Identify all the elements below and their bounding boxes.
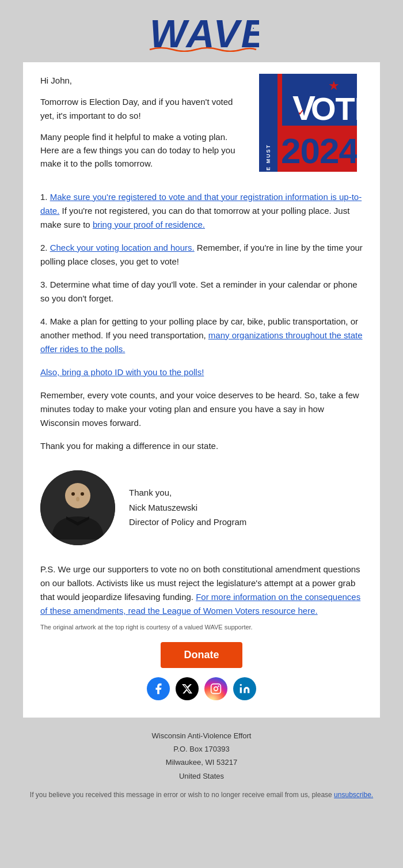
proof-of-residence-link[interactable]: bring your proof of residence. <box>93 220 205 229</box>
wave-logo: WAVE . <box>0 12 403 54</box>
content-section: 1. Make sure you're registered to vote a… <box>40 190 363 453</box>
twitter-x-icon[interactable] <box>176 677 199 700</box>
org-name: Wisconsin Anti-Violence Effort <box>0 729 403 742</box>
sig-thanks: Thank you, <box>129 485 246 500</box>
unsubscribe-link[interactable]: unsubscribe. <box>334 791 373 799</box>
social-icons <box>40 677 363 700</box>
item-4: 4. Make a plan for getting to your polli… <box>40 315 363 356</box>
closing-1: Remember, every vote counts, and your vo… <box>40 388 363 430</box>
intro-section: Hi John, Tomorrow is Election Day, and i… <box>40 74 363 179</box>
svg-text:2024: 2024 <box>281 131 357 171</box>
svg-point-15 <box>71 492 75 496</box>
footer-note: If you believe you received this message… <box>0 790 403 800</box>
vote-2024-svg: WE MUST ★ V ✓ OTE <box>259 74 357 172</box>
svg-point-20 <box>218 685 219 687</box>
email-wrapper: WAVE . Hi John, Tomorrow is Election Day… <box>0 0 403 817</box>
svg-rect-21 <box>240 687 242 693</box>
svg-point-19 <box>214 686 218 690</box>
ps-paragraph: P.S. We urge our supporters to vote no o… <box>40 563 363 618</box>
photo-id-paragraph: Also, bring a photo ID with you to the p… <box>40 365 363 379</box>
paragraph-1: Tomorrow is Election Day, and if you hav… <box>40 95 248 122</box>
avatar <box>40 470 115 545</box>
ps-section: P.S. We urge our supporters to vote no o… <box>40 563 363 618</box>
svg-text:WE MUST: WE MUST <box>265 144 271 172</box>
artwork-credit: The original artwork at the top right is… <box>40 624 363 631</box>
signature-text: Thank you, Nick Matuszewski Director of … <box>129 485 246 530</box>
donate-area: Donate <box>40 642 363 668</box>
logo-header: WAVE . <box>0 6 403 62</box>
instagram-icon[interactable] <box>204 677 227 700</box>
svg-text:WAVE: WAVE <box>150 12 259 52</box>
svg-point-14 <box>65 483 90 508</box>
address-2: Milwaukee, WI 53217 <box>0 756 403 769</box>
item-2: 2. Check your voting location and hours.… <box>40 241 363 269</box>
item-1: 1. Make sure you're registered to vote a… <box>40 190 363 232</box>
vote-badge: WE MUST ★ V ✓ OTE <box>259 74 363 173</box>
item-3: 3. Determine what time of day you'll vot… <box>40 278 363 305</box>
facebook-icon[interactable] <box>147 677 170 700</box>
voting-location-link[interactable]: Check your voting location and hours. <box>50 243 195 252</box>
donate-button[interactable]: Donate <box>161 642 242 668</box>
signature-area: Thank you, Nick Matuszewski Director of … <box>40 470 363 545</box>
footer: Wisconsin Anti-Violence Effort P.O. Box … <box>0 718 403 806</box>
paragraph-2: Many people find it helpful to make a vo… <box>40 130 248 171</box>
email-body: Hi John, Tomorrow is Election Day, and i… <box>23 62 380 718</box>
svg-point-16 <box>81 492 84 496</box>
svg-text:OTE: OTE <box>311 90 357 127</box>
svg-rect-18 <box>211 684 221 693</box>
closing-2: Thank you for making a difference in our… <box>40 439 363 453</box>
address-1: P.O. Box 170393 <box>0 742 403 756</box>
photo-id-link[interactable]: Also, bring a photo ID with you to the p… <box>40 367 204 377</box>
svg-text:.: . <box>252 21 254 31</box>
intro-text: Hi John, Tomorrow is Election Day, and i… <box>40 74 248 179</box>
greeting: Hi John, <box>40 74 248 87</box>
svg-text:✓: ✓ <box>298 108 305 117</box>
sig-title: Director of Policy and Program <box>129 515 246 530</box>
svg-point-17 <box>76 497 79 501</box>
svg-point-22 <box>240 684 242 685</box>
sig-name: Nick Matuszewski <box>129 500 246 515</box>
country: United States <box>0 769 403 783</box>
linkedin-icon[interactable] <box>233 677 256 700</box>
